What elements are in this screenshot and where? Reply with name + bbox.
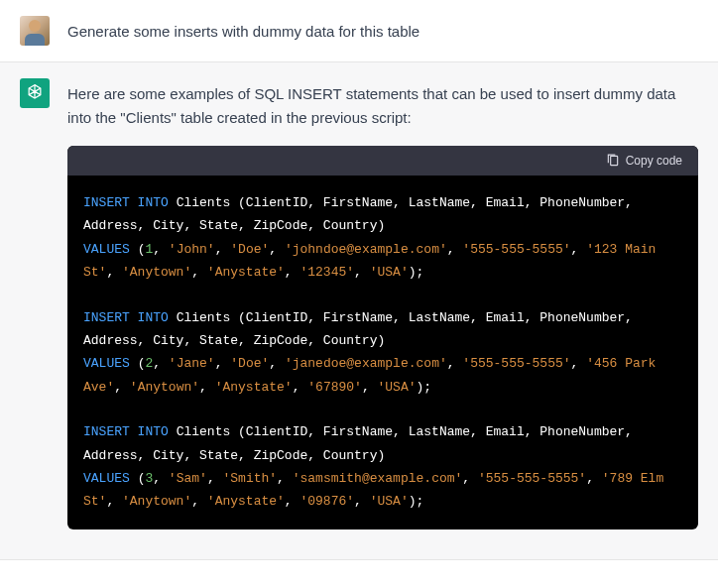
assistant-content: Here are some examples of SQL INSERT sta… <box>67 78 698 529</box>
assistant-message: Here are some examples of SQL INSERT sta… <box>0 62 718 560</box>
user-avatar <box>20 16 50 46</box>
assistant-avatar <box>20 78 50 108</box>
user-content: Generate some inserts with dummy data fo… <box>67 16 698 46</box>
code-header: Copy code <box>67 146 698 176</box>
user-message: Generate some inserts with dummy data fo… <box>0 0 718 62</box>
clipboard-icon <box>606 154 620 168</box>
copy-code-button[interactable]: Copy code <box>606 154 682 168</box>
assistant-intro-text: Here are some examples of SQL INSERT sta… <box>67 82 698 130</box>
code-block: Copy code INSERT INTO Clients (ClientID,… <box>67 146 698 529</box>
code-body[interactable]: INSERT INTO Clients (ClientID, FirstName… <box>67 176 698 529</box>
openai-logo-icon <box>25 83 45 103</box>
svg-rect-0 <box>610 156 617 165</box>
sql-statement: INSERT INTO Clients (ClientID, FirstName… <box>83 420 682 514</box>
user-text: Generate some inserts with dummy data fo… <box>67 20 698 44</box>
sql-statement: INSERT INTO Clients (ClientID, FirstName… <box>83 191 682 285</box>
sql-statement: INSERT INTO Clients (ClientID, FirstName… <box>83 306 682 400</box>
copy-code-label: Copy code <box>626 154 682 168</box>
